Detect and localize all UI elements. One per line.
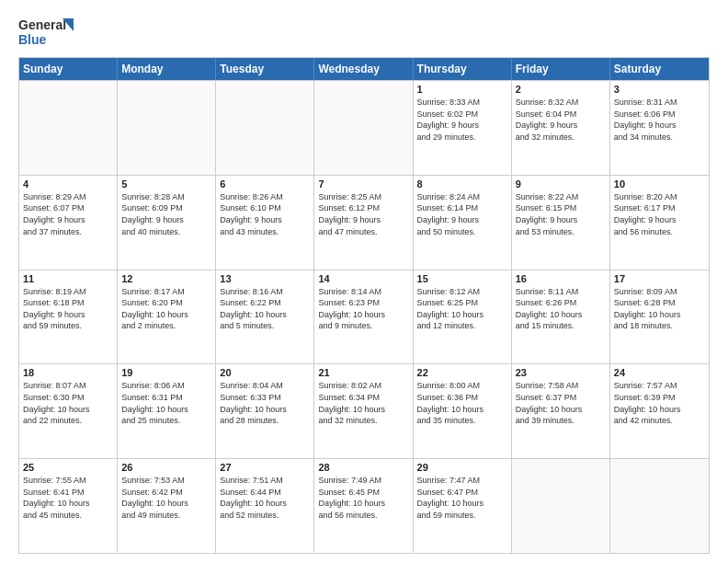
day-cell-empty bbox=[19, 81, 118, 175]
day-info: Sunrise: 8:09 AM Sunset: 6:28 PM Dayligh… bbox=[614, 286, 705, 332]
day-number: 5 bbox=[121, 178, 211, 190]
day-number: 3 bbox=[614, 84, 705, 95]
day-info: Sunrise: 8:02 AM Sunset: 6:34 PM Dayligh… bbox=[318, 380, 408, 426]
day-cell-8: 8Sunrise: 8:24 AM Sunset: 6:14 PM Daylig… bbox=[414, 176, 512, 270]
day-cell-16: 16Sunrise: 8:11 AM Sunset: 6:26 PM Dayli… bbox=[512, 270, 610, 364]
day-info: Sunrise: 7:58 AM Sunset: 6:37 PM Dayligh… bbox=[516, 380, 606, 426]
page: GeneralBlue SundayMondayTuesdayWednesday… bbox=[0, 0, 728, 563]
day-info: Sunrise: 8:19 AM Sunset: 6:18 PM Dayligh… bbox=[23, 286, 113, 332]
day-info: Sunrise: 7:51 AM Sunset: 6:44 PM Dayligh… bbox=[220, 475, 310, 521]
day-header-thursday: Thursday bbox=[414, 58, 512, 80]
day-number: 16 bbox=[516, 273, 606, 284]
day-info: Sunrise: 8:16 AM Sunset: 6:22 PM Dayligh… bbox=[220, 286, 310, 332]
day-info: Sunrise: 8:00 AM Sunset: 6:36 PM Dayligh… bbox=[417, 380, 507, 426]
day-info: Sunrise: 8:33 AM Sunset: 6:02 PM Dayligh… bbox=[417, 97, 507, 143]
day-cell-26: 26Sunrise: 7:53 AM Sunset: 6:42 PM Dayli… bbox=[118, 459, 216, 553]
calendar-header: SundayMondayTuesdayWednesdayThursdayFrid… bbox=[19, 58, 709, 80]
day-cell-25: 25Sunrise: 7:55 AM Sunset: 6:41 PM Dayli… bbox=[19, 459, 118, 553]
svg-text:Blue: Blue bbox=[18, 32, 47, 47]
day-cell-empty bbox=[216, 81, 314, 175]
day-number: 21 bbox=[318, 367, 408, 378]
day-cell-5: 5Sunrise: 8:28 AM Sunset: 6:09 PM Daylig… bbox=[118, 176, 216, 270]
day-number: 14 bbox=[318, 273, 408, 284]
day-number: 12 bbox=[121, 273, 211, 284]
day-info: Sunrise: 7:47 AM Sunset: 6:47 PM Dayligh… bbox=[417, 475, 507, 521]
day-cell-2: 2Sunrise: 8:32 AM Sunset: 6:04 PM Daylig… bbox=[512, 81, 610, 175]
day-cell-14: 14Sunrise: 8:14 AM Sunset: 6:23 PM Dayli… bbox=[314, 270, 413, 364]
day-header-sunday: Sunday bbox=[19, 58, 118, 80]
day-cell-17: 17Sunrise: 8:09 AM Sunset: 6:28 PM Dayli… bbox=[610, 270, 709, 364]
day-number: 25 bbox=[23, 462, 113, 473]
day-cell-13: 13Sunrise: 8:16 AM Sunset: 6:22 PM Dayli… bbox=[216, 270, 314, 364]
day-info: Sunrise: 8:26 AM Sunset: 6:10 PM Dayligh… bbox=[220, 191, 310, 237]
week-row-4: 18Sunrise: 8:07 AM Sunset: 6:30 PM Dayli… bbox=[19, 363, 709, 458]
day-cell-6: 6Sunrise: 8:26 AM Sunset: 6:10 PM Daylig… bbox=[216, 176, 314, 270]
day-info: Sunrise: 8:07 AM Sunset: 6:30 PM Dayligh… bbox=[23, 380, 113, 426]
day-header-wednesday: Wednesday bbox=[314, 58, 413, 80]
day-cell-21: 21Sunrise: 8:02 AM Sunset: 6:34 PM Dayli… bbox=[314, 364, 413, 458]
day-info: Sunrise: 8:25 AM Sunset: 6:12 PM Dayligh… bbox=[318, 191, 408, 237]
day-number: 1 bbox=[417, 84, 507, 95]
day-number: 4 bbox=[23, 178, 113, 190]
week-row-1: 1Sunrise: 8:33 AM Sunset: 6:02 PM Daylig… bbox=[19, 80, 709, 175]
day-cell-20: 20Sunrise: 8:04 AM Sunset: 6:33 PM Dayli… bbox=[216, 364, 314, 458]
day-cell-1: 1Sunrise: 8:33 AM Sunset: 6:02 PM Daylig… bbox=[414, 81, 512, 175]
day-info: Sunrise: 8:04 AM Sunset: 6:33 PM Dayligh… bbox=[220, 380, 310, 426]
day-number: 22 bbox=[417, 367, 507, 378]
day-info: Sunrise: 7:55 AM Sunset: 6:41 PM Dayligh… bbox=[23, 475, 113, 521]
day-info: Sunrise: 8:22 AM Sunset: 6:15 PM Dayligh… bbox=[516, 191, 606, 237]
day-number: 20 bbox=[220, 367, 310, 378]
day-header-friday: Friday bbox=[512, 58, 610, 80]
day-cell-11: 11Sunrise: 8:19 AM Sunset: 6:18 PM Dayli… bbox=[19, 270, 118, 364]
day-number: 10 bbox=[614, 178, 705, 190]
day-number: 19 bbox=[121, 367, 211, 378]
day-number: 8 bbox=[417, 178, 507, 190]
day-number: 17 bbox=[614, 273, 705, 284]
logo-svg: GeneralBlue bbox=[18, 15, 74, 48]
day-header-saturday: Saturday bbox=[610, 58, 709, 80]
day-cell-18: 18Sunrise: 8:07 AM Sunset: 6:30 PM Dayli… bbox=[19, 364, 118, 458]
day-number: 24 bbox=[614, 367, 705, 378]
day-number: 23 bbox=[516, 367, 606, 378]
day-number: 28 bbox=[318, 462, 408, 473]
calendar-body: 1Sunrise: 8:33 AM Sunset: 6:02 PM Daylig… bbox=[19, 80, 709, 553]
day-number: 11 bbox=[23, 273, 113, 284]
day-cell-3: 3Sunrise: 8:31 AM Sunset: 6:06 PM Daylig… bbox=[610, 81, 709, 175]
day-number: 7 bbox=[318, 178, 408, 190]
day-cell-empty bbox=[512, 459, 610, 553]
day-info: Sunrise: 8:11 AM Sunset: 6:26 PM Dayligh… bbox=[516, 286, 606, 332]
day-number: 9 bbox=[516, 178, 606, 190]
header: GeneralBlue bbox=[18, 15, 710, 48]
day-info: Sunrise: 8:29 AM Sunset: 6:07 PM Dayligh… bbox=[23, 191, 113, 237]
day-info: Sunrise: 8:24 AM Sunset: 6:14 PM Dayligh… bbox=[417, 191, 507, 237]
day-cell-4: 4Sunrise: 8:29 AM Sunset: 6:07 PM Daylig… bbox=[19, 176, 118, 270]
day-number: 29 bbox=[417, 462, 507, 473]
day-cell-24: 24Sunrise: 7:57 AM Sunset: 6:39 PM Dayli… bbox=[610, 364, 709, 458]
day-cell-29: 29Sunrise: 7:47 AM Sunset: 6:47 PM Dayli… bbox=[414, 459, 512, 553]
day-info: Sunrise: 8:12 AM Sunset: 6:25 PM Dayligh… bbox=[417, 286, 507, 332]
day-info: Sunrise: 8:28 AM Sunset: 6:09 PM Dayligh… bbox=[121, 191, 211, 237]
day-info: Sunrise: 7:49 AM Sunset: 6:45 PM Dayligh… bbox=[318, 475, 408, 521]
day-cell-28: 28Sunrise: 7:49 AM Sunset: 6:45 PM Dayli… bbox=[314, 459, 413, 553]
day-cell-empty bbox=[118, 81, 216, 175]
svg-text:General: General bbox=[18, 17, 66, 32]
week-row-5: 25Sunrise: 7:55 AM Sunset: 6:41 PM Dayli… bbox=[19, 458, 709, 553]
day-number: 6 bbox=[220, 178, 310, 190]
logo: GeneralBlue bbox=[18, 15, 74, 48]
day-number: 2 bbox=[516, 84, 606, 95]
day-number: 13 bbox=[220, 273, 310, 284]
day-info: Sunrise: 8:32 AM Sunset: 6:04 PM Dayligh… bbox=[516, 97, 606, 143]
day-cell-22: 22Sunrise: 8:00 AM Sunset: 6:36 PM Dayli… bbox=[414, 364, 512, 458]
day-cell-empty bbox=[610, 459, 709, 553]
day-cell-23: 23Sunrise: 7:58 AM Sunset: 6:37 PM Dayli… bbox=[512, 364, 610, 458]
day-cell-empty bbox=[314, 81, 413, 175]
day-info: Sunrise: 8:31 AM Sunset: 6:06 PM Dayligh… bbox=[614, 97, 705, 143]
week-row-3: 11Sunrise: 8:19 AM Sunset: 6:18 PM Dayli… bbox=[19, 270, 709, 364]
day-info: Sunrise: 8:14 AM Sunset: 6:23 PM Dayligh… bbox=[318, 286, 408, 332]
day-number: 18 bbox=[23, 367, 113, 378]
day-cell-12: 12Sunrise: 8:17 AM Sunset: 6:20 PM Dayli… bbox=[118, 270, 216, 364]
day-cell-10: 10Sunrise: 8:20 AM Sunset: 6:17 PM Dayli… bbox=[610, 176, 709, 270]
day-number: 26 bbox=[121, 462, 211, 473]
day-number: 15 bbox=[417, 273, 507, 284]
day-cell-15: 15Sunrise: 8:12 AM Sunset: 6:25 PM Dayli… bbox=[414, 270, 512, 364]
